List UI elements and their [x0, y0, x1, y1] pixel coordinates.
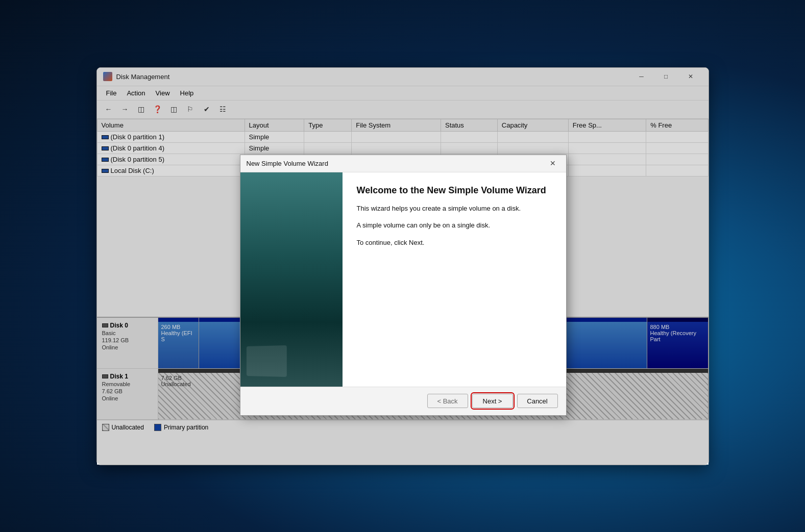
modal-sidebar-graphic — [240, 172, 343, 387]
modal-title-bar: New Simple Volume Wizard ✕ — [240, 155, 566, 172]
modal-footer: < Back Next > Cancel — [240, 387, 566, 415]
modal-heading: Welcome to the New Simple Volume Wizard — [357, 185, 552, 196]
modal-overlay: New Simple Volume Wizard ✕ Welcome to th… — [97, 68, 709, 465]
modal-content: Welcome to the New Simple Volume Wizard … — [343, 172, 566, 387]
modal-close-button[interactable]: ✕ — [546, 157, 560, 169]
modal-para-3: To continue, click Next. — [357, 238, 552, 248]
back-button[interactable]: < Back — [427, 394, 468, 408]
modal-para-2: A simple volume can only be on a single … — [357, 220, 552, 231]
modal-title: New Simple Volume Wizard — [247, 160, 546, 167]
modal-body: Welcome to the New Simple Volume Wizard … — [240, 172, 566, 387]
main-window: Disk Management ─ □ ✕ File Action View H… — [96, 67, 709, 465]
next-button[interactable]: Next > — [472, 394, 513, 408]
wizard-modal: New Simple Volume Wizard ✕ Welcome to th… — [240, 155, 567, 416]
cancel-button[interactable]: Cancel — [517, 394, 558, 408]
modal-para-1: This wizard helps you create a simple vo… — [357, 204, 552, 214]
